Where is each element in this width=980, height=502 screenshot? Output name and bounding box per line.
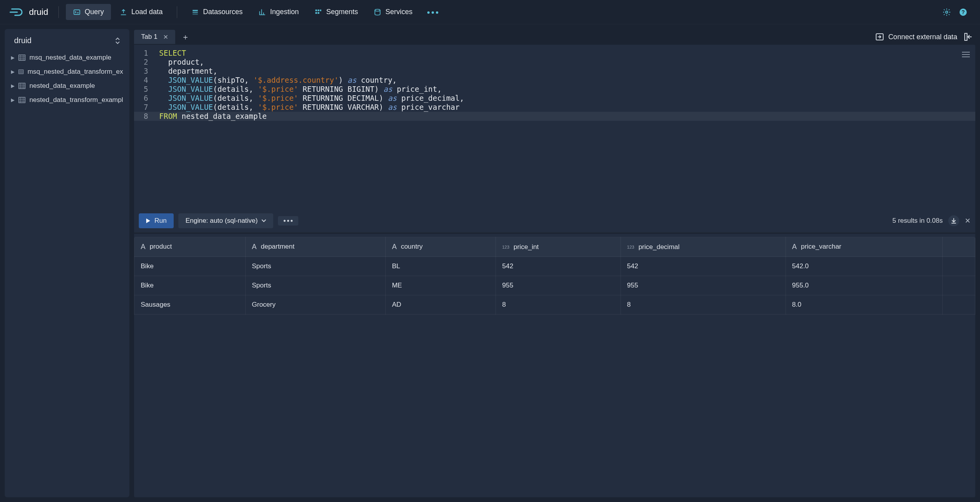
table-icon [18, 83, 25, 89]
svg-rect-4 [192, 14, 198, 15]
splitter[interactable] [134, 232, 975, 234]
datasource-selector[interactable]: druid [9, 35, 125, 51]
editor-menu[interactable] [962, 49, 970, 58]
nav-segments[interactable]: Segments [307, 4, 365, 20]
download-results[interactable] [948, 215, 959, 226]
column-header[interactable]: 123 price_int [495, 237, 621, 257]
run-button[interactable]: Run [139, 213, 174, 228]
tab-bar: Tab 1 ✕ ＋ Connect external data [134, 29, 975, 45]
svg-rect-22 [19, 70, 24, 74]
tab-close[interactable]: ✕ [163, 33, 168, 41]
play-icon [146, 218, 151, 224]
table-name: nested_data_example [29, 82, 95, 90]
download-icon [951, 218, 956, 224]
gear-icon [942, 8, 951, 16]
import-icon [876, 33, 884, 40]
close-results[interactable]: ✕ [965, 216, 971, 225]
svg-rect-17 [19, 55, 25, 60]
column-type-icon: A [792, 243, 797, 251]
database-icon [374, 8, 381, 16]
nav-ingestion-label: Ingestion [270, 8, 299, 16]
svg-point-44 [291, 220, 293, 222]
top-nav: druid Query Load data Datasources Ingest… [0, 0, 980, 24]
svg-point-14 [946, 11, 948, 13]
column-name: product [150, 243, 172, 250]
editor-panel: 12345678 SELECT product, department, JSO… [134, 45, 975, 497]
svg-rect-27 [19, 83, 25, 89]
column-header[interactable]: A product [134, 237, 246, 257]
tab-add[interactable]: ＋ [175, 29, 196, 45]
results-count-label: 5 results in 0.08s [892, 217, 943, 225]
divider [177, 6, 177, 18]
table-cell: Sports [245, 276, 385, 295]
nav-datasources-label: Datasources [203, 8, 243, 16]
table-name: msq_nested_data_transform_ex [27, 68, 123, 76]
sidebar: druid ▶ msq_nested_data_example▶ msq_nes… [5, 29, 129, 497]
chevron-right-icon: ▶ [11, 97, 15, 103]
table-cell: 542 [621, 257, 786, 276]
table-cell: Bike [134, 276, 246, 295]
settings-button[interactable] [939, 5, 954, 20]
column-header[interactable]: 123 price_decimal [621, 237, 786, 257]
tab-1[interactable]: Tab 1 ✕ [134, 30, 175, 44]
svg-text:?: ? [962, 9, 965, 15]
engine-selector[interactable]: Engine: auto (sql-native) [178, 213, 273, 228]
column-type-icon: A [392, 243, 397, 251]
column-type-icon: A [252, 243, 257, 251]
connect-external-label: Connect external data [888, 33, 957, 41]
table-cell: AD [385, 295, 495, 315]
results-table-wrap: A productA departmentA country123 price_… [134, 237, 975, 497]
svg-rect-9 [318, 12, 319, 14]
svg-rect-38 [965, 33, 967, 40]
nav-load-data-label: Load data [131, 8, 163, 16]
svg-rect-2 [192, 10, 198, 11]
nav-services[interactable]: Services [367, 4, 419, 20]
menu-icon [962, 51, 970, 58]
table-cell: Bike [134, 257, 246, 276]
column-name: department [261, 243, 294, 250]
column-name: country [401, 243, 423, 250]
table-cell: BL [385, 257, 495, 276]
logo[interactable]: druid [9, 7, 48, 18]
table-item[interactable]: ▶ nested_data_example [9, 79, 125, 93]
help-button[interactable]: ? [956, 5, 971, 20]
table-row[interactable]: BikeSportsBL542542542.0 [134, 257, 975, 276]
results-meta: 5 results in 0.08s ✕ [892, 215, 971, 226]
table-cell: 8.0 [786, 295, 942, 315]
table-row[interactable]: BikeSportsME955955955.0 [134, 276, 975, 295]
help-icon: ? [959, 8, 967, 16]
sort-icon [115, 37, 120, 44]
table-cell: 955.0 [786, 276, 942, 295]
svg-rect-5 [316, 9, 317, 11]
nav-load-data[interactable]: Load data [113, 4, 170, 20]
sql-editor[interactable]: 12345678 SELECT product, department, JSO… [134, 45, 975, 209]
column-header[interactable]: A department [245, 237, 385, 257]
table-item[interactable]: ▶ msq_nested_data_transform_ex [9, 65, 125, 79]
table-cell: 542 [495, 257, 621, 276]
line-gutter: 12345678 [134, 49, 154, 209]
svg-point-12 [432, 11, 434, 14]
column-type-icon: 123 [502, 245, 509, 249]
svg-point-13 [436, 11, 438, 14]
more-actions[interactable] [278, 216, 298, 226]
nav-query[interactable]: Query [66, 4, 111, 20]
panel-collapse[interactable] [961, 30, 975, 44]
column-header[interactable]: A price_varchar [786, 237, 942, 257]
more-menu[interactable] [421, 5, 445, 18]
table-item[interactable]: ▶ msq_nested_data_example [9, 51, 125, 65]
table-row[interactable]: SausagesGroceryAD888.0 [134, 295, 975, 315]
column-header[interactable]: A country [385, 237, 495, 257]
svg-point-10 [375, 9, 380, 11]
upload-icon [120, 8, 127, 16]
column-name: price_varchar [801, 243, 841, 250]
column-header-extra [942, 237, 975, 257]
results-table: A productA departmentA country123 price_… [134, 237, 975, 315]
connect-external-data[interactable]: Connect external data [872, 31, 961, 44]
table-item[interactable]: ▶ nested_data_transform_exampl [9, 93, 125, 107]
nav-segments-label: Segments [326, 8, 358, 16]
code-content: SELECT product, department, JSON_VALUE(s… [154, 49, 975, 209]
svg-point-11 [427, 11, 430, 14]
dots-icon [427, 11, 438, 14]
nav-ingestion[interactable]: Ingestion [251, 4, 306, 20]
nav-datasources[interactable]: Datasources [184, 4, 250, 20]
